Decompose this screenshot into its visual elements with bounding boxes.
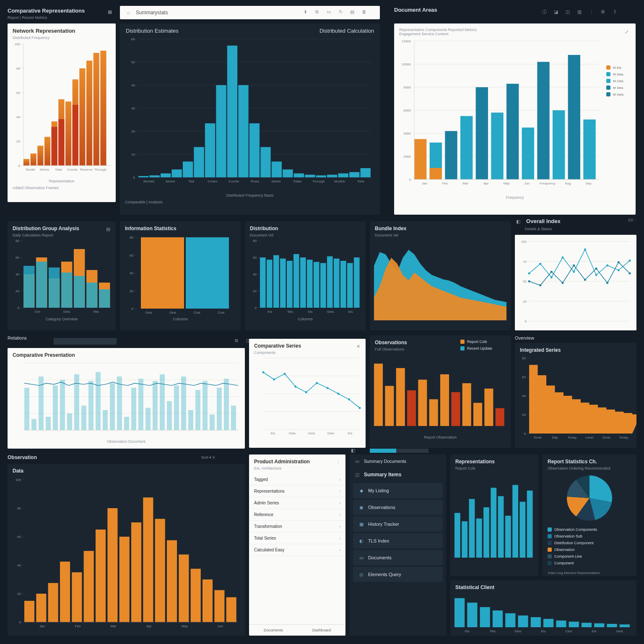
copy2-icon[interactable]: ⧉ bbox=[233, 337, 240, 344]
svg-text:Dels: Dels bbox=[514, 629, 521, 633]
svg-text:60: 60 bbox=[253, 256, 257, 260]
svg-text:40: 40 bbox=[130, 271, 133, 275]
svg-rect-2 bbox=[23, 159, 29, 166]
box-icon[interactable]: ▭ bbox=[325, 8, 332, 15]
list-item[interactable]: Reference› bbox=[249, 509, 345, 521]
svg-text:Model: Model bbox=[26, 168, 35, 171]
share-icon[interactable]: ⇪ bbox=[611, 8, 618, 15]
grid-icon[interactable]: ▦ bbox=[106, 8, 113, 15]
svg-text:40: 40 bbox=[253, 273, 257, 276]
c14-f1[interactable]: Documents bbox=[264, 628, 283, 632]
download-icon[interactable]: ⬇ bbox=[302, 8, 309, 15]
svg-text:20: 20 bbox=[131, 130, 135, 133]
svg-text:Dels: Dels bbox=[358, 179, 364, 183]
list-item[interactable]: Admin Series› bbox=[249, 497, 345, 509]
columns-icon[interactable]: ▥ bbox=[576, 8, 583, 15]
svg-rect-108 bbox=[414, 139, 426, 179]
c5-title: Information Statistics bbox=[120, 221, 241, 233]
svg-rect-53 bbox=[171, 169, 182, 177]
list-item[interactable]: Transformation› bbox=[249, 521, 345, 532]
svg-text:Series: Series bbox=[40, 168, 49, 171]
gear-icon[interactable]: ⚙ bbox=[600, 8, 606, 15]
page-title: Comparative Representations bbox=[8, 8, 108, 14]
svg-rect-248 bbox=[46, 417, 51, 430]
svg-text:Aug: Aug bbox=[565, 182, 571, 185]
svg-rect-325 bbox=[84, 551, 94, 622]
svg-text:Gels: Gels bbox=[308, 431, 315, 435]
c18-sub: Observation Ordering Recommended bbox=[543, 466, 636, 470]
svg-rect-176 bbox=[273, 255, 279, 308]
svg-rect-182 bbox=[314, 262, 319, 308]
svg-rect-252 bbox=[74, 374, 79, 430]
list-item[interactable]: ▦History Tracker bbox=[353, 517, 443, 532]
close-icon[interactable]: ✕ bbox=[355, 343, 361, 350]
svg-rect-260 bbox=[131, 388, 136, 430]
c1-title: Network Representation bbox=[8, 23, 116, 36]
svg-rect-257 bbox=[110, 383, 115, 430]
legend-item: Component Line bbox=[548, 554, 631, 558]
menu-icon[interactable]: ▤ bbox=[105, 226, 112, 232]
svg-text:60: 60 bbox=[131, 37, 135, 41]
list-item[interactable]: Total Series› bbox=[249, 532, 345, 544]
more-icon[interactable]: ⋮ bbox=[588, 8, 595, 15]
chart-network-rep: Network Representation Distributed Frequ… bbox=[8, 23, 116, 202]
svg-text:25: 25 bbox=[523, 300, 527, 304]
list-item[interactable]: Calculated Easy› bbox=[249, 544, 345, 556]
c10-title: Relations bbox=[8, 335, 49, 340]
expand-icon[interactable]: ⤢ bbox=[623, 29, 630, 35]
calendar-icon[interactable]: ▤ bbox=[349, 8, 356, 15]
svg-rect-302 bbox=[440, 374, 449, 426]
svg-rect-268 bbox=[188, 410, 193, 430]
pin-icon[interactable]: ◫ bbox=[564, 8, 571, 15]
svg-text:Counts: Counts bbox=[229, 179, 239, 183]
copy-icon[interactable]: ⧉ bbox=[314, 8, 320, 15]
svg-rect-256 bbox=[103, 410, 108, 430]
svg-rect-139 bbox=[36, 262, 47, 308]
svg-rect-366 bbox=[582, 623, 592, 627]
svg-text:Dels: Dels bbox=[327, 431, 334, 435]
list-item[interactable]: ◎Elements Query bbox=[353, 567, 443, 582]
svg-text:0: 0 bbox=[409, 178, 411, 182]
c2-title-left: Distribution Estimates bbox=[126, 28, 179, 34]
refresh-icon[interactable]: ↻ bbox=[337, 8, 344, 15]
svg-rect-272 bbox=[217, 388, 222, 430]
svg-rect-259 bbox=[124, 417, 129, 430]
c18-footer: Total Long Element Representation bbox=[543, 569, 636, 575]
c9-title2: Integrated Series bbox=[515, 343, 636, 355]
svg-text:20: 20 bbox=[16, 289, 19, 293]
kebab-icon[interactable]: ⋮ bbox=[335, 459, 341, 465]
svg-text:Counts: Counts bbox=[67, 168, 78, 171]
svg-rect-11 bbox=[86, 61, 92, 166]
svg-rect-303 bbox=[451, 392, 460, 426]
info-icon[interactable]: ⓘ bbox=[541, 8, 548, 15]
c16-sub: Report Cols bbox=[450, 466, 538, 470]
svg-text:4000: 4000 bbox=[403, 132, 411, 135]
c1-footer: Added Observation Frames bbox=[8, 186, 116, 190]
c16-title: Representations bbox=[450, 454, 538, 466]
c12-legend: Report Cols Recent Update bbox=[460, 340, 506, 353]
svg-rect-356 bbox=[454, 598, 465, 627]
bookmark-icon[interactable]: ◪ bbox=[553, 8, 559, 15]
svg-text:Reserve: Reserve bbox=[80, 168, 93, 171]
svg-text:80: 80 bbox=[16, 239, 19, 243]
list-item[interactable]: Representations› bbox=[249, 486, 345, 497]
list-item[interactable]: ◐TLS Index bbox=[353, 533, 443, 548]
list-item[interactable]: ◉Observations bbox=[353, 500, 443, 515]
svg-rect-65 bbox=[305, 175, 315, 177]
c10-xlabel: Observation Document bbox=[8, 439, 245, 444]
svg-rect-175 bbox=[267, 260, 273, 308]
svg-rect-349 bbox=[483, 507, 489, 558]
svg-text:Els: Els bbox=[592, 629, 597, 633]
svg-rect-5 bbox=[44, 137, 50, 166]
svg-text:May: May bbox=[503, 182, 509, 185]
svg-text:100: 100 bbox=[15, 42, 21, 46]
svg-rect-262 bbox=[145, 408, 151, 430]
list-item[interactable]: ▭Documents bbox=[353, 550, 443, 565]
trash-icon[interactable]: 🗑 bbox=[361, 8, 367, 15]
panel-icon[interactable]: ◧ bbox=[350, 447, 356, 454]
svg-text:Frequency: Frequency bbox=[540, 182, 556, 185]
list-item[interactable]: Tagged› bbox=[249, 474, 345, 486]
list-item[interactable]: ◆My Listing bbox=[353, 483, 443, 498]
mini-progress bbox=[370, 449, 428, 453]
c14-f2[interactable]: Dashboard bbox=[312, 628, 331, 632]
